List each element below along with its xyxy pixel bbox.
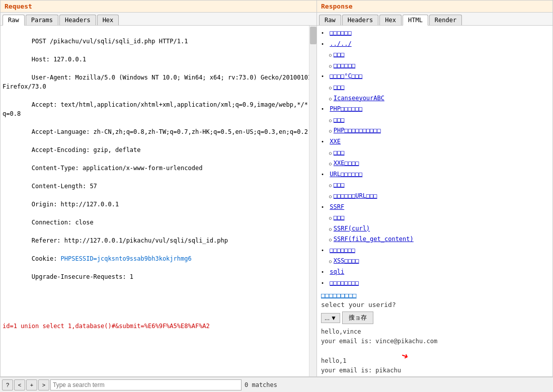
next-button[interactable]: >: [38, 379, 49, 390]
tab-response-html[interactable]: HTML: [403, 15, 428, 26]
tab-response-hex[interactable]: Hex: [379, 15, 402, 25]
email-vince: your email is: vince@pikachu.com: [321, 338, 437, 345]
request-line-4: Accept: text/html,application/xhtml+xml,…: [3, 101, 311, 117]
nav-item-8: sqli: [321, 267, 548, 278]
tab-response-raw[interactable]: Raw: [319, 15, 341, 25]
nav-subitem-7-0: XSS□□□□: [329, 256, 548, 267]
nav-item-3: PHP□□□□□□ □□□ PHP□□□□□□□□□□: [321, 104, 548, 136]
nav-subitem-3-0: □□□: [329, 115, 548, 126]
page-title-link[interactable]: □□□□□□□□□: [321, 291, 548, 299]
request-cookie-value: PHPSESSID=jcqksnto9ssab9bh3kokjrhmg6: [61, 255, 192, 262]
request-line-10: Connection: close: [32, 219, 94, 226]
add-button[interactable]: +: [26, 379, 37, 390]
nav-subitem-6-2: SSRF(file_get_content): [329, 234, 548, 245]
email-pikachu: your email is: pikachu: [321, 367, 401, 374]
nav-item-5: URL□□□□□□ □□□ □□□□□□URL□□□: [321, 169, 548, 202]
nav-subitem-5-1: □□□□□□URL□□□: [329, 191, 548, 202]
response-body: □□□□□□ ../../ □□□ □□□□□□ □□□□°C□□□ □□□: [317, 26, 552, 376]
request-panel: Request Raw Params Headers Hex POST /pik…: [0, 0, 317, 377]
nav-subitem-5-0: □□□: [329, 180, 548, 191]
request-line-9: Origin: http://127.0.0.1: [32, 201, 119, 208]
nav-subitem-6-0: □□□: [329, 212, 548, 223]
tab-response-render[interactable]: Render: [429, 15, 462, 25]
request-text-content: POST /pikachu/vul/sqli/sqli_id.php HTTP/…: [3, 28, 314, 349]
form-row: ... ▼ 搜ョ存: [321, 311, 548, 324]
request-header: Request: [1, 1, 317, 13]
nav-subitem-2-1: IcanseeyourABC: [329, 93, 548, 104]
tab-hex[interactable]: Hex: [97, 15, 119, 25]
bottom-toolbar: ? < + > 0 matches: [0, 377, 553, 392]
nav-item-6: SSRF □□□ SSRF(curl) SSRF(file_get_conten…: [321, 202, 548, 245]
nav-item-0: □□□□□□: [321, 28, 548, 39]
nav-tree: □□□□□□ ../../ □□□ □□□□□□ □□□□°C□□□ □□□: [321, 28, 548, 288]
request-line-8: Content-Length: 57: [32, 183, 97, 190]
request-line-11: Referer: http://127.0.0.1/pikachu/vul/sq…: [32, 237, 228, 244]
nav-subitem-4-1: XXE□□□□: [329, 158, 548, 169]
prev-button[interactable]: <: [14, 379, 25, 390]
nav-subitem-1-1: □□□□□□: [329, 60, 548, 71]
nav-item-7: □□□□□□□ XSS□□□□: [321, 245, 548, 267]
user-info-2: hello,1 your email is: pikachu ➜: [321, 356, 548, 375]
request-line-1: POST /pikachu/vul/sqli/sqli_id.php HTTP/…: [32, 38, 188, 45]
tab-response-headers[interactable]: Headers: [342, 15, 379, 25]
sql-payload: id=1 union select 1,database()#&submit=%…: [3, 322, 314, 331]
nav-subitem-1-0: □□□: [329, 49, 548, 60]
nav-subitem-3-1: PHP□□□□□□□□□□: [329, 125, 548, 136]
request-line-3: User-Agent: Mozilla/5.0 (Windows NT 10.0…: [3, 74, 315, 90]
response-tab-bar: Raw Headers Hex HTML Render: [317, 13, 552, 26]
scroll-thumb: [310, 27, 317, 44]
dropdown-button[interactable]: ... ▼: [321, 313, 340, 323]
nav-item-4: XXE □□□ XXE□□□□: [321, 136, 548, 169]
request-line-2: Host: 127.0.0.1: [32, 56, 86, 63]
tab-headers[interactable]: Headers: [59, 15, 96, 25]
nav-subitem-6-1: SSRF(curl): [329, 223, 548, 234]
match-count: 0 matches: [245, 381, 277, 388]
request-cookie-label: Cookie:: [32, 255, 61, 262]
nav-item-9: □□□□□□□□: [321, 278, 548, 289]
dropdown-arrow-icon: ▼: [331, 315, 337, 322]
search-input[interactable]: [50, 379, 242, 390]
user-info-1: hello,vince your email is: vince@pikachu…: [321, 327, 548, 346]
tab-raw[interactable]: Raw: [3, 15, 25, 26]
hello-1: hello,1: [321, 357, 347, 364]
request-line-5: Accept-Language: zh-CN,zh;q=0.8,zh-TW;q=…: [32, 128, 308, 135]
form-label: select your userid?: [321, 301, 548, 308]
scroll-bar[interactable]: [309, 26, 317, 376]
request-line-7: Content-Type: application/x-www-form-url…: [32, 165, 203, 172]
response-header: Response: [317, 1, 552, 13]
request-body: POST /pikachu/vul/sqli/sqli_id.php HTTP/…: [1, 26, 317, 376]
tab-params[interactable]: Params: [26, 15, 58, 25]
hello-vince: hello,vince: [321, 328, 361, 335]
submit-button[interactable]: 搜ョ存: [342, 311, 373, 324]
dropdown-text: ...: [325, 315, 330, 322]
response-output: hello,vince your email is: vince@pikachu…: [321, 327, 548, 375]
nav-item-1: ../../ □□□ □□□□□□: [321, 39, 548, 71]
request-tab-bar: Raw Params Headers Hex: [1, 13, 317, 26]
help-button[interactable]: ?: [2, 379, 13, 390]
request-line-13: Upgrade-Insecure-Requests: 1: [32, 273, 133, 280]
nav-item-2: □□□□°C□□□ □□□ IcanseeyourABC: [321, 71, 548, 104]
nav-subitem-4-0: □□□: [329, 147, 548, 159]
nav-subitem-2-0: □□□: [329, 82, 548, 93]
arrow-annotation: ➜: [399, 347, 411, 366]
request-line-6: Accept-Encoding: gzip, deflate: [32, 146, 141, 153]
response-panel: Response Raw Headers Hex HTML Render □□□…: [317, 0, 553, 377]
